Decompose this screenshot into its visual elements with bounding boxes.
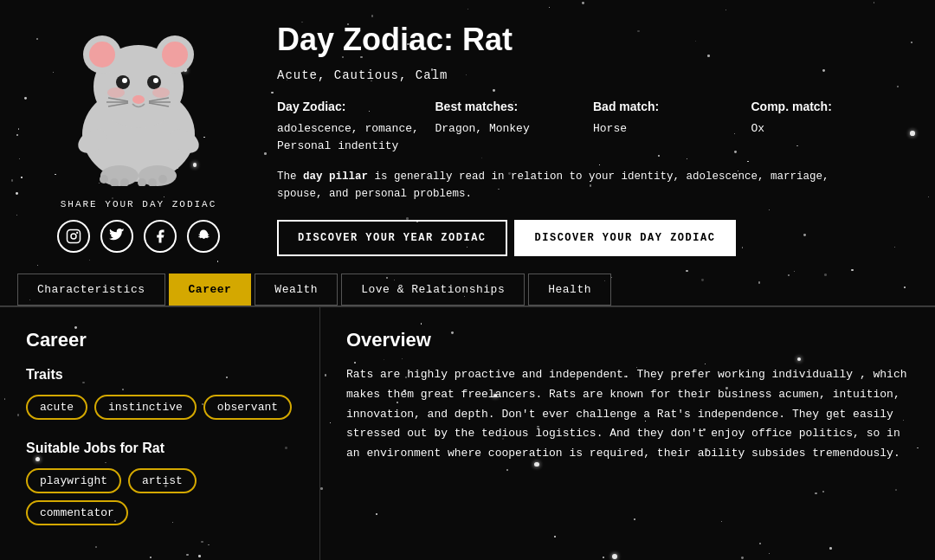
trait-acute: acute [26,395,87,420]
bad-match-label: Bad match: [593,100,743,113]
comp-match-label: Comp. match: [751,100,901,113]
job-artist: artist [128,468,197,493]
right-content: Overview Rats are highly proactive and i… [320,307,935,560]
page-title: Day Zodiac: Rat [277,22,909,58]
twitter-icon[interactable] [100,220,133,253]
svg-point-28 [152,87,170,98]
trait-observant: observant [203,395,292,420]
suitable-jobs-title: Suitable Jobs for Rat [26,441,293,456]
tab-love-relationships[interactable]: Love & Relationships [341,274,525,306]
best-matches-value: Dragon, Monkey [435,120,585,138]
day-zodiac-label: Day Zodiac: [277,100,427,113]
trait-instinctive: instinctive [94,395,197,420]
top-section: SHARE YOUR DAY ZODIAC [0,0,935,274]
page-wrapper: SHARE YOUR DAY ZODIAC [0,0,935,560]
tabs-row: Characteristics Career Wealth Love & Rel… [17,274,918,306]
rat-image-container [43,17,234,190]
career-title: Career [26,329,293,351]
discover-day-button[interactable]: DISCOVER YOUR DAY ZODIAC [514,220,737,256]
traits-tags-row: acute instinctive observant [26,395,293,420]
job-commentator: commentator [26,500,128,525]
svg-point-5 [162,42,188,68]
rat-illustration [52,22,225,186]
bad-match-col: Bad match: Horse [593,100,751,154]
zodiac-description: The day pillar is generally read in rela… [277,168,866,203]
best-matches-col: Best matches: Dragon, Monkey [435,100,594,154]
tabs-section: Characteristics Career Wealth Love & Rel… [0,274,935,306]
zodiac-subtitle: Acute, Cautious, Calm [277,68,909,82]
jobs-tags-row: playwright artist commentator [26,468,293,525]
svg-point-21 [100,175,108,183]
svg-point-8 [122,78,127,83]
day-zodiac-value: adolescence, romance,Personal indentity [277,120,427,154]
left-content: Career Traits acute instinctive observan… [0,307,320,560]
svg-rect-29 [68,230,81,243]
svg-point-30 [71,234,76,239]
zodiac-info-grid: Day Zodiac: adolescence, romance,Persona… [277,100,909,154]
traits-title: Traits [26,367,293,383]
job-playwright: playwright [26,468,121,493]
overview-title: Overview [346,329,909,351]
tab-career[interactable]: Career [169,274,252,306]
right-panel: Day Zodiac: Rat Acute, Cautious, Calm Da… [277,17,909,256]
overview-text: Rats are highly proactive and independen… [346,365,909,464]
svg-point-10 [132,95,145,104]
tab-wealth[interactable]: Wealth [255,274,338,306]
comp-match-value: Ox [751,120,901,138]
svg-point-27 [107,87,125,98]
svg-point-31 [76,232,78,234]
facebook-icon[interactable] [144,220,177,253]
instagram-icon[interactable] [57,220,90,253]
svg-point-26 [158,175,167,183]
best-matches-label: Best matches: [435,100,585,113]
bad-match-value: Horse [593,120,743,138]
day-zodiac-col: Day Zodiac: adolescence, romance,Persona… [277,100,435,154]
snapchat-icon[interactable] [187,220,220,253]
tab-health[interactable]: Health [528,274,611,306]
social-icons-row [57,220,220,253]
comp-match-col: Comp. match: Ox [751,100,910,154]
left-panel: SHARE YOUR DAY ZODIAC [17,17,260,256]
svg-point-3 [89,42,115,68]
bottom-section: Career Traits acute instinctive observan… [0,306,935,560]
discover-year-button[interactable]: DISCOVER YOUR YEAR ZODIAC [277,220,507,256]
tab-characteristics[interactable]: Characteristics [17,274,165,306]
svg-point-9 [153,78,158,83]
button-row: DISCOVER YOUR YEAR ZODIAC DISCOVER YOUR … [277,220,909,256]
share-label: SHARE YOUR DAY ZODIAC [61,199,217,209]
